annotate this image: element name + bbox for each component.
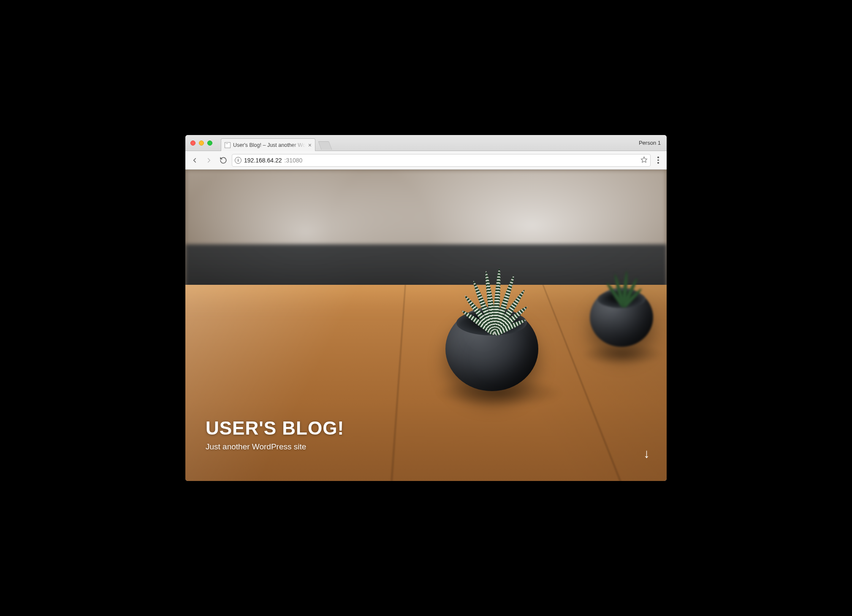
toolbar: i 192.168.64.22:31080: [185, 151, 667, 170]
window-controls: [190, 135, 215, 151]
browser-tab[interactable]: User's Blog! – Just another Wo ×: [221, 138, 315, 151]
browser-menu-button[interactable]: [653, 157, 663, 164]
maximize-window-button[interactable]: [207, 140, 212, 146]
bookmark-star-icon[interactable]: [640, 156, 648, 165]
plant-pot-primary: [445, 307, 538, 391]
address-bar[interactable]: i 192.168.64.22:31080: [232, 154, 651, 167]
scroll-down-button[interactable]: ↓: [643, 447, 650, 460]
minimize-window-button[interactable]: [199, 140, 204, 146]
page-viewport[interactable]: USER'S BLOG! Just another WordPress site…: [185, 170, 667, 481]
browser-window: User's Blog! – Just another Wo × Person …: [185, 135, 667, 481]
profile-label[interactable]: Person 1: [639, 135, 661, 151]
reload-button[interactable]: [217, 154, 229, 166]
new-tab-button[interactable]: [318, 141, 332, 150]
site-info-icon[interactable]: i: [235, 157, 241, 164]
close-window-button[interactable]: [190, 140, 195, 146]
plant-pot-secondary: [590, 288, 653, 347]
url-port: :31080: [285, 157, 303, 164]
back-button[interactable]: [189, 154, 201, 166]
site-title[interactable]: USER'S BLOG!: [206, 418, 344, 439]
hero-text: USER'S BLOG! Just another WordPress site: [206, 418, 344, 451]
close-tab-button[interactable]: ×: [308, 142, 312, 148]
forward-button[interactable]: [203, 154, 215, 166]
tab-bar: User's Blog! – Just another Wo × Person …: [185, 135, 667, 151]
tab-title: User's Blog! – Just another Wo: [233, 142, 306, 148]
svg-marker-0: [641, 157, 647, 162]
url-host: 192.168.64.22: [244, 157, 282, 164]
site-tagline: Just another WordPress site: [206, 442, 344, 451]
page-favicon-icon: [225, 142, 231, 148]
